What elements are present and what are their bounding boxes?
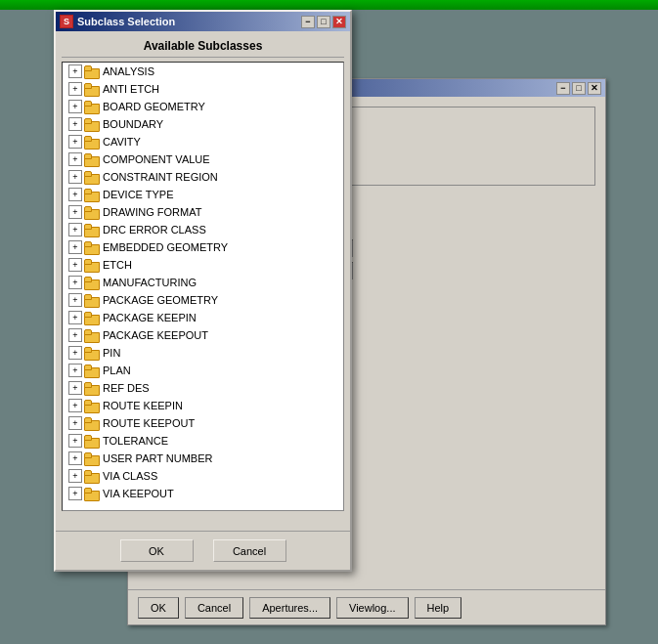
tree-item[interactable]: +PACKAGE KEEPOUT	[63, 326, 343, 344]
tree-item[interactable]: +ROUTE KEEPOUT	[63, 414, 343, 432]
folder-icon	[84, 65, 100, 78]
tree-item-label: REF DES	[103, 382, 150, 394]
tree-expander-icon[interactable]: +	[68, 223, 82, 236]
tree-expander-icon[interactable]: +	[68, 258, 82, 272]
tree-item[interactable]: +ANTI ETCH	[63, 80, 343, 98]
folder-icon	[84, 417, 100, 430]
tree-item[interactable]: +USER PART NUMBER	[63, 450, 343, 467]
bg-minimize-button[interactable]: −	[556, 82, 570, 95]
tree-item[interactable]: +COMPONENT VALUE	[63, 150, 343, 168]
folder-icon	[84, 259, 100, 272]
tree-expander-icon[interactable]: +	[68, 328, 82, 342]
tree-item[interactable]: +VIA KEEPOUT	[63, 485, 343, 502]
tree-expander-icon[interactable]: +	[68, 170, 82, 184]
tree-item-label: MANUFACTURING	[103, 277, 197, 288]
tree-expander-icon[interactable]: +	[68, 399, 82, 412]
tree-item-label: TOLERANCE	[103, 435, 168, 447]
main-maximize-button[interactable]: □	[317, 16, 330, 28]
tree-expander-icon[interactable]: +	[68, 293, 82, 307]
bg-titlebar-buttons: − □ ✕	[556, 82, 601, 95]
tree-item[interactable]: +REF DES	[63, 379, 343, 397]
tree-item[interactable]: +DRAWING FORMAT	[63, 203, 343, 221]
folder-icon	[84, 312, 100, 324]
tree-expander-icon[interactable]: +	[68, 381, 82, 395]
tree-item-label: DRC ERROR CLASS	[103, 224, 206, 236]
bg-ok-button[interactable]: OK	[138, 597, 179, 619]
folder-icon	[84, 347, 100, 360]
tree-item-label: BOUNDARY	[103, 118, 163, 130]
folder-icon	[84, 488, 100, 500]
tree-item-label: PACKAGE KEEPOUT	[103, 329, 208, 341]
tree-expander-icon[interactable]: +	[68, 82, 82, 96]
dialog-cancel-button[interactable]: Cancel	[213, 539, 286, 562]
tree-item[interactable]: +BOARD GEOMETRY	[63, 98, 343, 115]
tree-item[interactable]: +VIA CLASS	[63, 467, 343, 485]
dialog-footer: OK Cancel	[56, 531, 350, 570]
tree-expander-icon[interactable]: +	[68, 117, 82, 131]
tree-item[interactable]: +BOUNDARY	[63, 115, 343, 133]
folder-icon	[84, 382, 100, 395]
bg-cancel-button[interactable]: Cancel	[185, 597, 243, 619]
folder-icon	[84, 241, 100, 254]
tree-expander-icon[interactable]: +	[68, 416, 82, 430]
bg-viewlog-button[interactable]: Viewlog...	[336, 597, 409, 619]
bg-apertures-button[interactable]: Apertures...	[249, 597, 330, 619]
tree-item[interactable]: +EMBEDDED GEOMETRY	[63, 238, 343, 256]
folder-icon	[84, 435, 100, 448]
main-titlebar-buttons: − □ ✕	[301, 16, 346, 28]
tree-expander-icon[interactable]: +	[68, 364, 82, 377]
dialog-icon: S	[60, 15, 73, 28]
folder-icon	[84, 224, 100, 236]
tree-item[interactable]: +TOLERANCE	[63, 432, 343, 450]
tree-expander-icon[interactable]: +	[68, 346, 82, 360]
folder-icon	[84, 153, 100, 166]
tree-item[interactable]: +ANALYSIS	[63, 63, 343, 80]
main-minimize-button[interactable]: −	[301, 16, 315, 28]
tree-expander-icon[interactable]: +	[68, 487, 82, 500]
tree-item-label: VIA CLASS	[103, 470, 157, 482]
tree-expander-icon[interactable]: +	[68, 135, 82, 149]
folder-icon	[84, 400, 100, 412]
bg-help-button[interactable]: Help	[415, 597, 462, 619]
tree-item[interactable]: +PACKAGE KEEPIN	[63, 309, 343, 326]
tree-item-label: CONSTRAINT REGION	[103, 171, 218, 183]
tree-expander-icon[interactable]: +	[68, 240, 82, 254]
tree-expander-icon[interactable]: +	[68, 64, 82, 78]
folder-icon	[84, 118, 100, 131]
tree-expander-icon[interactable]: +	[68, 451, 82, 465]
bg-maximize-button[interactable]: □	[572, 82, 586, 95]
tree-item-label: ETCH	[103, 259, 132, 271]
tree-item[interactable]: +CONSTRAINT REGION	[63, 168, 343, 186]
title-left: S Subclass Selection	[60, 15, 175, 28]
tree-expander-icon[interactable]: +	[68, 311, 82, 324]
folder-icon	[84, 83, 100, 96]
tree-item-label: BOARD GEOMETRY	[103, 101, 205, 112]
tree-expander-icon[interactable]: +	[68, 152, 82, 166]
bg-close-button[interactable]: ✕	[588, 82, 601, 95]
tree-expander-icon[interactable]: +	[68, 276, 82, 289]
bg-footer: OK Cancel Apertures... Viewlog... Help	[128, 589, 605, 624]
folder-icon	[84, 329, 100, 342]
tree-item[interactable]: +PLAN	[63, 362, 343, 379]
folder-icon	[84, 206, 100, 219]
tree-item[interactable]: +ROUTE KEEPIN	[63, 397, 343, 414]
tree-expander-icon[interactable]: +	[68, 205, 82, 219]
tree-item[interactable]: +PIN	[63, 344, 343, 362]
main-close-button[interactable]: ✕	[332, 16, 346, 28]
tree-expander-icon[interactable]: +	[68, 434, 82, 448]
tree-item[interactable]: +PACKAGE GEOMETRY	[63, 291, 343, 309]
tree-expander-icon[interactable]: +	[68, 188, 82, 201]
tree-item-label: ROUTE KEEPOUT	[103, 417, 195, 429]
tree-container[interactable]: +ANALYSIS+ANTI ETCH+BOARD GEOMETRY+BOUND…	[62, 62, 344, 511]
dialog-ok-button[interactable]: OK	[120, 539, 194, 562]
tree-item[interactable]: +MANUFACTURING	[63, 274, 343, 291]
tree-item[interactable]: +DEVICE TYPE	[63, 186, 343, 203]
folder-icon	[84, 189, 100, 201]
tree-expander-icon[interactable]: +	[68, 100, 82, 113]
main-titlebar: S Subclass Selection − □ ✕	[56, 12, 350, 31]
tree-item[interactable]: +CAVITY	[63, 133, 343, 150]
folder-icon	[84, 171, 100, 184]
tree-item[interactable]: +ETCH	[63, 256, 343, 274]
tree-item[interactable]: +DRC ERROR CLASS	[63, 221, 343, 238]
tree-expander-icon[interactable]: +	[68, 469, 82, 483]
